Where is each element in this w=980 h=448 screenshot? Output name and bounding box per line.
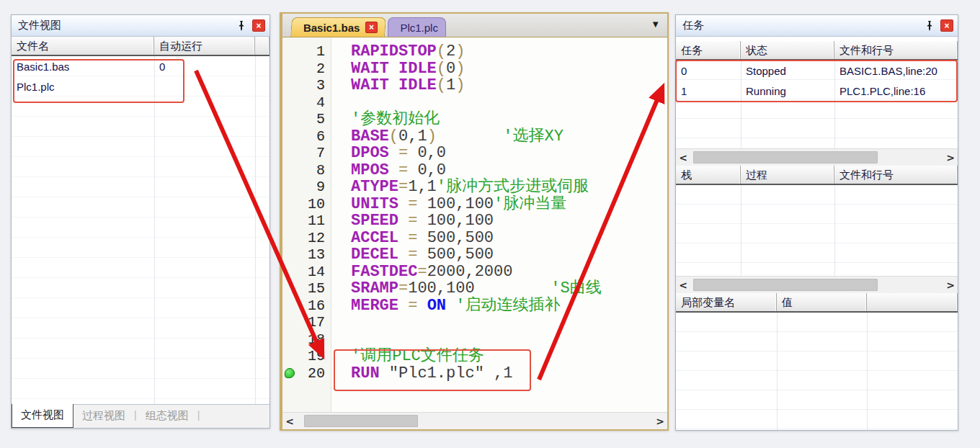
code-token-kw: RUN — [351, 364, 380, 382]
pin-icon[interactable] — [235, 19, 248, 32]
editor-tabbar: Basic1.bas×Plc1.plc▼ — [282, 14, 667, 37]
code-token-num: 0,1 — [398, 127, 427, 145]
local-vars-table-body[interactable] — [676, 313, 958, 430]
code-line[interactable] — [351, 94, 667, 112]
scroll-right-icon[interactable]: > — [943, 152, 958, 163]
task-row[interactable]: 1RunningPLC1.PLC,line:16 — [676, 81, 958, 101]
code-line[interactable]: UNITS = 100,100'脉冲当量 — [351, 196, 667, 213]
view-tab-2[interactable]: 组态视图 — [137, 405, 197, 428]
code-token-kw: SRAMP — [351, 279, 398, 297]
code-line[interactable]: DECEL = 500,500 — [351, 246, 667, 264]
file-header-col-0[interactable]: 文件名 — [12, 37, 154, 55]
scroll-left-icon[interactable]: < — [282, 416, 297, 427]
vars-header-col-1[interactable]: 值 — [777, 293, 867, 311]
column-divider — [867, 313, 868, 430]
code-line[interactable]: RAPIDSTOP(2) — [351, 43, 667, 61]
code-lines[interactable]: RAPIDSTOP(2)WAIT IDLE(0)WAIT IDLE(1)'参数初… — [331, 37, 667, 412]
code-line[interactable]: WAIT IDLE(1) — [351, 77, 667, 94]
task-header-col-1[interactable]: 状态 — [741, 41, 834, 59]
close-icon[interactable]: × — [940, 19, 953, 32]
scroll-right-icon[interactable]: > — [943, 279, 958, 291]
column-divider — [777, 313, 778, 430]
code-line[interactable]: MERGE = ON '启动连续插补 — [351, 297, 667, 315]
file-header-col-2[interactable] — [255, 37, 270, 55]
code-token-op: ) — [427, 127, 437, 145]
file-row[interactable]: Plc1.plc — [12, 76, 270, 97]
task-titlebar: 任务 × — [676, 15, 958, 37]
view-tab-1[interactable]: 过程视图 — [74, 405, 134, 428]
stack-table-body[interactable] — [676, 185, 958, 276]
code-token-kw: MPOS — [351, 161, 389, 179]
code-line[interactable]: SRAMP=100,100 'S曲线 — [351, 280, 667, 297]
close-icon[interactable]: × — [252, 19, 265, 32]
vars-header-col-0[interactable]: 局部变量名 — [676, 293, 777, 311]
code-token-kw: WAIT IDLE — [351, 76, 437, 94]
code-token-num: 100,100 — [427, 212, 494, 230]
code-token-num: ,1 — [484, 364, 513, 382]
code-line[interactable]: MPOS = 0,0 — [351, 162, 667, 179]
code-token-kw: MERGE — [351, 297, 398, 315]
task-table-body[interactable]: 0StoppedBASIC1.BAS,line:201RunningPLC1.P… — [676, 61, 958, 148]
code-line[interactable]: SPEED = 100,100 — [351, 212, 667, 230]
line-number: 14 — [282, 264, 331, 281]
local-vars-table-header: 局部变量名值 — [676, 293, 958, 313]
task-row[interactable]: 0StoppedBASIC1.BAS,line:20 — [676, 61, 958, 81]
code-token-op: = — [398, 297, 427, 315]
editor-hscrollbar[interactable]: < > — [282, 412, 667, 429]
code-line[interactable] — [351, 314, 667, 331]
view-tab-0[interactable]: 文件视图 — [12, 404, 74, 428]
scroll-thumb[interactable] — [693, 151, 878, 163]
code-token-num: 0,0 — [417, 161, 446, 179]
file-view-titlebar: 文件视图 × — [12, 15, 270, 37]
task-header-col-2[interactable]: 文件和行号 — [834, 41, 958, 59]
code-line[interactable]: ATYPE=1,1'脉冲方式步进或伺服 — [351, 179, 667, 196]
column-divider — [741, 185, 741, 276]
code-line[interactable]: DPOS = 0,0 — [351, 145, 667, 162]
file-header-col-1[interactable]: 自动运行 — [154, 37, 255, 55]
line-number: 10 — [282, 196, 331, 213]
task-header-col-0[interactable]: 任务 — [676, 41, 741, 59]
stack-table-hscrollbar[interactable]: < > — [676, 276, 958, 293]
code-token-kw: ATYPE — [351, 178, 398, 196]
line-number: 18 — [282, 331, 331, 349]
file-table-body[interactable]: Basic1.bas0Plc1.plc — [12, 56, 270, 404]
stack-header-col-0[interactable]: 栈 — [676, 166, 741, 184]
code-line[interactable]: FASTDEC=2000,2000 — [351, 264, 667, 281]
code-token-op: = — [389, 144, 418, 162]
editor-tab-basic1-bas[interactable]: Basic1.bas× — [290, 17, 386, 37]
vars-header-col-2[interactable] — [867, 293, 958, 311]
file-row[interactable]: Basic1.bas0 — [12, 56, 270, 76]
stack-header-col-1[interactable]: 过程 — [741, 166, 834, 184]
view-switch-tabs: 文件视图过程视图|组态视图| — [12, 404, 270, 428]
scroll-thumb[interactable] — [304, 415, 418, 427]
code-line[interactable]: BASE(0,1) '选择XY — [351, 128, 667, 145]
editor-tab-label: Basic1.bas — [303, 22, 360, 34]
code-token-plain — [437, 127, 503, 145]
column-divider — [154, 56, 155, 404]
scroll-thumb[interactable] — [693, 279, 878, 291]
code-token-op: = — [398, 178, 408, 196]
line-number: 5 — [282, 111, 331, 128]
line-number: 7 — [282, 145, 331, 162]
task-cell-state: Running — [741, 85, 834, 97]
code-line[interactable]: '参数初始化 — [351, 111, 667, 128]
line-number: 17 — [282, 314, 331, 331]
code-line[interactable]: RUN "Plc1.plc" ,1 — [351, 365, 667, 382]
code-area[interactable]: 1234567891011121314151617181920 RAPIDSTO… — [282, 37, 667, 412]
stack-header-col-2[interactable]: 文件和行号 — [834, 166, 958, 184]
code-line[interactable]: WAIT IDLE(0) — [351, 61, 667, 78]
task-table-hscrollbar[interactable]: < > — [676, 148, 958, 166]
code-editor-panel: Basic1.bas×Plc1.plc▼ 1234567891011121314… — [280, 12, 669, 431]
scroll-left-icon[interactable]: < — [676, 279, 690, 291]
code-line[interactable]: ACCEL = 500,500 — [351, 230, 667, 247]
code-token-kw: ACCEL — [351, 229, 398, 247]
tab-close-icon[interactable]: × — [365, 22, 378, 33]
editor-tab-plc1-plc[interactable]: Plc1.plc — [388, 17, 446, 37]
code-line[interactable]: '调用PLC文件任务 — [351, 348, 667, 365]
scroll-left-icon[interactable]: < — [676, 152, 690, 163]
code-line[interactable] — [351, 331, 667, 349]
code-token-op: = — [398, 246, 427, 264]
pin-icon[interactable] — [923, 19, 936, 32]
tab-list-dropdown-icon[interactable]: ▼ — [651, 19, 667, 32]
scroll-right-icon[interactable]: > — [653, 416, 667, 427]
